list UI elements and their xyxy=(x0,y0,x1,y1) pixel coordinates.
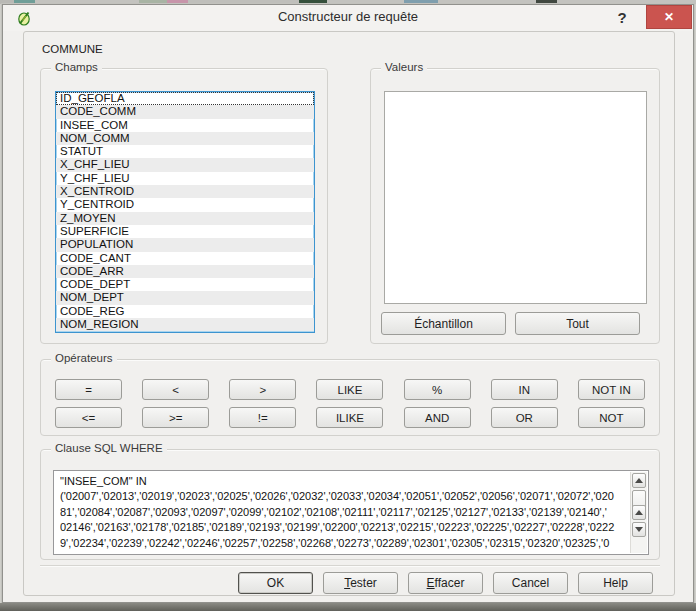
query-builder-dialog: Constructeur de requête ? ✕ COMMUNE Cham… xyxy=(2,4,694,603)
operator-button[interactable]: NOT xyxy=(578,407,645,428)
sample-button[interactable]: Échantillon xyxy=(381,312,506,335)
footer-button-row: OK Tester Effacer Cancel Help xyxy=(238,572,653,594)
values-list[interactable] xyxy=(384,91,647,304)
operators-row-2: <=>=!=ILIKEANDORNOT xyxy=(55,407,645,428)
sql-where-textarea[interactable]: "INSEE_COM" IN('02007','02013','02019','… xyxy=(53,470,649,555)
field-list-item[interactable]: CODE_CANT xyxy=(56,252,314,265)
operator-button[interactable]: >= xyxy=(142,407,209,428)
field-list-item[interactable]: STATUT xyxy=(56,145,314,158)
screen: Constructeur de requête ? ✕ COMMUNE Cham… xyxy=(0,0,696,611)
sql-text-line: ('02007','02013','02019','02023','02025'… xyxy=(60,489,628,504)
operator-button[interactable]: != xyxy=(229,407,296,428)
operator-button[interactable]: <= xyxy=(55,407,122,428)
operator-button[interactable]: IN xyxy=(491,379,558,400)
sql-group-label: Clause SQL WHERE xyxy=(51,442,167,454)
values-groupbox: Valeurs Échantillon Tout xyxy=(370,68,660,344)
operators-group-label: Opérateurs xyxy=(51,352,117,364)
dialog-content-panel: COMMUNE Champs ID_GEOFLACODE_COMMINSEE_C… xyxy=(23,31,675,596)
clear-button[interactable]: Effacer xyxy=(408,572,483,594)
operator-button[interactable]: % xyxy=(404,379,471,400)
fields-group-label: Champs xyxy=(51,61,102,73)
operator-button[interactable]: NOT IN xyxy=(578,379,645,400)
field-list-item[interactable]: Z_MOYEN xyxy=(56,212,314,225)
sql-text-line: 02146','02163','02178','02185','02189','… xyxy=(60,520,628,535)
scroll-up-icon[interactable] xyxy=(632,505,646,520)
fields-groupbox: Champs ID_GEOFLACODE_COMMINSEE_COMNOM_CO… xyxy=(40,68,328,344)
operators-row-1: =<>LIKE%INNOT IN xyxy=(55,379,645,400)
test-button[interactable]: Tester xyxy=(323,572,398,594)
field-list-item[interactable]: ID_GEOFLA xyxy=(56,92,314,105)
close-button[interactable]: ✕ xyxy=(646,5,692,29)
field-list-item[interactable]: Y_CENTROID xyxy=(56,198,314,211)
operator-button[interactable]: ILIKE xyxy=(316,407,383,428)
operator-button[interactable]: > xyxy=(229,379,296,400)
field-list-item[interactable]: POPULATION xyxy=(56,238,314,251)
footer-separator xyxy=(40,565,660,567)
operator-button[interactable]: < xyxy=(142,379,209,400)
help-button[interactable]: Help xyxy=(578,572,653,594)
sql-text-line: 81','02084','02087','02093','02097','020… xyxy=(60,505,628,520)
field-list-item[interactable]: CODE_REG xyxy=(56,305,314,318)
values-group-label: Valeurs xyxy=(381,61,427,73)
scroll-down-icon[interactable] xyxy=(632,522,646,537)
ok-button[interactable]: OK xyxy=(238,572,313,594)
cancel-button[interactable]: Cancel xyxy=(493,572,568,594)
sql-where-text: "INSEE_COM" IN('02007','02013','02019','… xyxy=(54,471,630,554)
field-list-item[interactable]: X_CHF_LIEU xyxy=(56,158,314,171)
operators-groupbox: Opérateurs =<>LIKE%INNOT IN <=>=!=ILIKEA… xyxy=(40,359,660,436)
sql-where-groupbox: Clause SQL WHERE "INSEE_COM" IN('02007',… xyxy=(40,449,660,560)
titlebar[interactable]: Constructeur de requête ? ✕ xyxy=(3,5,693,31)
field-list-item[interactable]: CODE_DEPT xyxy=(56,278,314,291)
operator-button[interactable]: AND xyxy=(404,407,471,428)
all-values-button[interactable]: Tout xyxy=(515,312,640,335)
operator-button[interactable]: = xyxy=(55,379,122,400)
vertical-scrollbar[interactable] xyxy=(630,472,647,553)
help-titlebar-button[interactable]: ? xyxy=(612,7,632,29)
window-title: Constructeur de requête xyxy=(3,9,693,24)
operator-button[interactable]: OR xyxy=(491,407,558,428)
sql-text-line: "INSEE_COM" IN xyxy=(60,474,628,489)
scroll-up-icon[interactable] xyxy=(632,473,646,488)
operator-button[interactable]: LIKE xyxy=(316,379,383,400)
field-list-item[interactable]: INSEE_COM xyxy=(56,119,314,132)
field-list-item[interactable]: CODE_COMM xyxy=(56,105,314,118)
field-list-item[interactable]: Y_CHF_LIEU xyxy=(56,172,314,185)
field-list-item[interactable]: SUPERFICIE xyxy=(56,225,314,238)
sql-text-line: 2330','02333','02338','02342','02346','0… xyxy=(60,551,628,554)
field-list-item[interactable]: CODE_ARR xyxy=(56,265,314,278)
field-list-item[interactable]: NOM_COMM xyxy=(56,132,314,145)
field-list-item[interactable]: NOM_REGION xyxy=(56,318,314,331)
window-bottom-shadow xyxy=(0,603,696,611)
field-list-item[interactable]: NOM_DEPT xyxy=(56,291,314,304)
layer-name-label: COMMUNE xyxy=(42,43,103,55)
sql-text-line: 9','02234','02239','02242','02246','0225… xyxy=(60,536,628,551)
fields-list[interactable]: ID_GEOFLACODE_COMMINSEE_COMNOM_COMMSTATU… xyxy=(55,91,315,333)
field-list-item[interactable]: X_CENTROID xyxy=(56,185,314,198)
